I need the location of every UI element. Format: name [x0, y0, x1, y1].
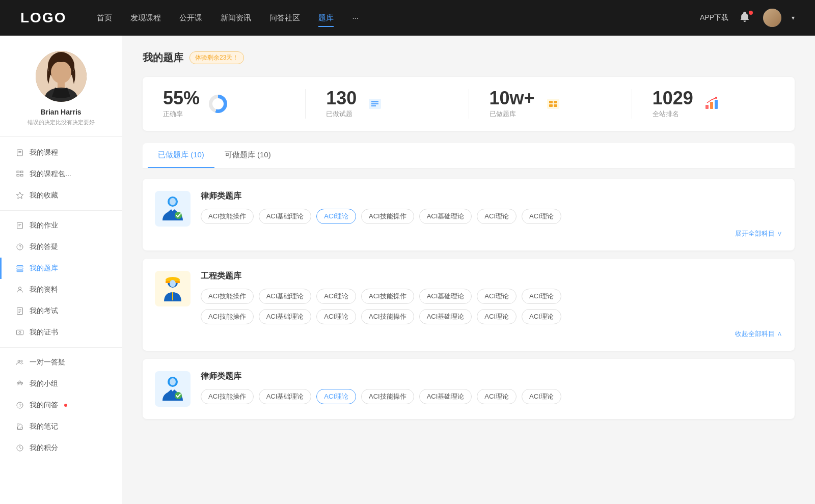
notification-bell[interactable] — [739, 11, 753, 25]
done-questions-label: 已做试题 — [326, 109, 357, 119]
svg-point-31 — [17, 382, 18, 384]
qbank-tag[interactable]: ACI理论 — [477, 209, 517, 224]
sidebar-item-favorites[interactable]: 我的收藏 — [0, 185, 122, 206]
qbank-tag[interactable]: ACI基础理论 — [419, 309, 472, 324]
nav-qa[interactable]: 问答社区 — [269, 11, 300, 25]
qbank-tag[interactable]: ACI技能操作 — [201, 289, 254, 304]
sidebar-item-qbank[interactable]: 我的题库 — [0, 258, 122, 279]
svg-point-29 — [21, 360, 22, 362]
nav-news[interactable]: 新闻资讯 — [221, 11, 251, 25]
expand-button-1[interactable]: 展开全部科目 ∨ — [201, 229, 782, 238]
svg-rect-20 — [17, 270, 23, 272]
qbank-title-1: 律师类题库 — [201, 191, 782, 202]
svg-rect-44 — [554, 104, 557, 107]
qbank-tag-active[interactable]: ACI理论 — [316, 209, 356, 224]
qbank-tag[interactable]: ACI技能操作 — [361, 309, 414, 324]
nav-more[interactable]: ··· — [352, 11, 359, 25]
qbank-tag-active[interactable]: ACI理论 — [316, 389, 356, 404]
qbank-tag[interactable]: ACI理论 — [522, 289, 561, 304]
avatar-image — [763, 9, 781, 27]
done-banks-number: 10w+ — [490, 89, 535, 107]
nav-discover[interactable]: 发现课程 — [130, 11, 161, 25]
qbank-tag[interactable]: ACI技能操作 — [361, 209, 414, 224]
qbank-tag[interactable]: ACI技能操作 — [201, 389, 254, 404]
tabs-bar: 已做题库 (10) 可做题库 (10) — [143, 143, 795, 169]
nav-home[interactable]: 首页 — [97, 11, 112, 25]
qbank-tag[interactable]: ACI基础理论 — [259, 289, 312, 304]
qbank-tag[interactable]: ACI技能操作 — [361, 389, 414, 404]
sidebar-item-exam[interactable]: 我的考试 — [0, 300, 122, 322]
qbank-tag[interactable]: ACI基础理论 — [419, 389, 472, 404]
sidebar-item-homework[interactable]: 我的作业 — [0, 215, 122, 236]
qbank-tag[interactable]: ACI理论 — [522, 309, 561, 324]
sidebar-item-course[interactable]: 我的课程 — [0, 142, 122, 163]
svg-text:?: ? — [19, 403, 21, 408]
svg-point-59 — [170, 378, 176, 385]
sidebar-item-one-on-one[interactable]: 一对一答疑 — [0, 352, 122, 373]
collapse-button-2[interactable]: 收起全部科目 ∧ — [201, 329, 782, 339]
qbank-card-2: 工程类题库 ACI技能操作 ACI基础理论 ACI理论 ACI技能操作 ACI基… — [143, 259, 795, 351]
sidebar-item-qa[interactable]: ? 我的答疑 — [0, 236, 122, 258]
svg-point-2 — [51, 61, 71, 83]
exam-icon — [15, 306, 24, 316]
done-banks-label: 已做题库 — [490, 109, 535, 119]
svg-rect-10 — [17, 175, 19, 176]
svg-point-48 — [715, 97, 717, 99]
sidebar-item-package[interactable]: 我的课程包... — [0, 163, 122, 185]
qbank-tag[interactable]: ACI基础理论 — [419, 289, 472, 304]
qbank-tag[interactable]: ACI基础理论 — [419, 209, 472, 224]
stat-accuracy: 55% 正确率 — [143, 89, 306, 119]
notification-dot — [749, 11, 753, 15]
qbank-tag[interactable]: ACI理论 — [477, 309, 517, 324]
sidebar-profile: Brian Harris 错误的决定比没有决定要好 — [0, 51, 122, 137]
tab-available-banks[interactable]: 可做题库 (10) — [214, 143, 281, 168]
qbank-tag[interactable]: ACI基础理论 — [259, 209, 312, 224]
package-icon — [15, 170, 24, 179]
qbank-tag[interactable]: ACI技能操作 — [201, 209, 254, 224]
qbank-tag[interactable]: ACI理论 — [522, 209, 561, 224]
list-icon — [365, 94, 385, 114]
accuracy-label: 正确率 — [163, 109, 200, 119]
qbank-card-3: 律师类题库 ACI技能操作 ACI基础理论 ACI理论 ACI技能操作 ACI基… — [143, 359, 795, 419]
myqa-notification-dot — [64, 404, 67, 407]
sidebar-item-notes[interactable]: 我的笔记 — [0, 416, 122, 437]
qbank-tag[interactable]: ACI理论 — [522, 389, 561, 404]
sidebar-item-profile[interactable]: 我的资料 — [0, 279, 122, 300]
sidebar-item-myqa[interactable]: ? 我的问答 — [0, 395, 122, 416]
qbank-tag[interactable]: ACI基础理论 — [259, 389, 312, 404]
svg-point-51 — [170, 198, 176, 205]
nav-qbank[interactable]: 题库 — [318, 11, 334, 25]
nav-opencourse[interactable]: 公开课 — [179, 11, 202, 25]
sidebar-item-cert[interactable]: 我的证书 — [0, 322, 122, 343]
qbank-tag[interactable]: ACI技能操作 — [361, 289, 414, 304]
sidebar-item-group[interactable]: 我的小组 — [0, 373, 122, 395]
qbank-tag[interactable]: ACI理论 — [477, 389, 517, 404]
tab-done-banks[interactable]: 已做题库 (10) — [148, 143, 214, 168]
done-questions-number: 130 — [326, 89, 357, 107]
qbank-tag[interactable]: ACI理论 — [316, 309, 356, 324]
qbank-tag[interactable]: ACI技能操作 — [201, 309, 254, 324]
trial-badge: 体验剩余23天！ — [189, 51, 244, 64]
page-header: 我的题库 体验剩余23天！ — [143, 51, 795, 65]
main-layout: Brian Harris 错误的决定比没有决定要好 我的课程 我的课程包... — [0, 36, 815, 504]
qbank-tags-1: ACI技能操作 ACI基础理论 ACI理论 ACI技能操作 ACI基础理论 AC… — [201, 209, 782, 224]
svg-point-28 — [18, 360, 20, 362]
svg-rect-46 — [710, 102, 713, 109]
svg-point-27 — [19, 331, 21, 333]
qbank-tag[interactable]: ACI理论 — [316, 289, 356, 304]
svg-rect-43 — [549, 104, 553, 107]
page-title: 我的题库 — [143, 51, 183, 65]
app-download-link[interactable]: APP下载 — [700, 13, 728, 22]
qbank-tag[interactable]: ACI理论 — [477, 289, 517, 304]
sidebar-item-points[interactable]: 我的积分 — [0, 437, 122, 459]
user-avatar[interactable] — [763, 9, 781, 27]
question-icon: ? — [15, 242, 24, 251]
qa-one-icon — [15, 358, 24, 367]
rank-number: 1029 — [653, 89, 693, 107]
qbank-tag[interactable]: ACI基础理论 — [259, 309, 312, 324]
grid-icon — [543, 94, 563, 114]
qbank-tags-row1-2: ACI技能操作 ACI基础理论 ACI理论 ACI技能操作 ACI基础理论 AC… — [201, 289, 782, 304]
sidebar: Brian Harris 错误的决定比没有决定要好 我的课程 我的课程包... — [0, 36, 122, 504]
account-chevron-icon[interactable]: ▾ — [792, 14, 795, 21]
svg-text:?: ? — [19, 244, 21, 249]
